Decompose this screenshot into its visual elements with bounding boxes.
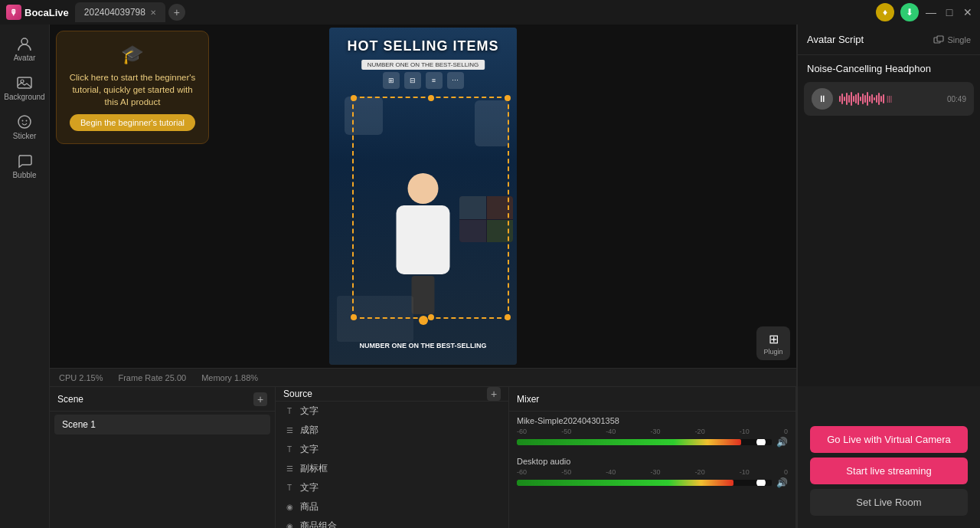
mixer-track1-knob[interactable] [756,439,766,445]
source-label-3: 文字 [300,443,318,456]
bubble-label: Bubble [12,171,36,179]
cpu-status: CPU 2.15% [59,373,103,382]
wave-bar-1 [839,96,841,102]
source-item-5[interactable]: T 文字 [276,478,508,497]
canvas-subtitle: NUMBER ONE ON THE BEST-SELLING [361,60,485,70]
source-item-1[interactable]: T 文字 [276,402,508,421]
main-layout: Avatar Background Sticker [0,25,980,528]
wave-bar-5 [848,95,850,103]
tutorial-begin-button[interactable]: Begin the beginner's tutorial [70,114,195,131]
tab-close-icon[interactable]: ✕ [150,8,156,17]
svg-point-3 [18,116,31,128]
start-streaming-button[interactable]: Start live streaming [810,457,968,484]
sticker-icon [16,113,33,130]
sidebar-item-background[interactable]: Background [3,70,46,106]
single-icon [933,34,944,45]
wave-bar-3 [844,97,845,101]
scene-item-1[interactable]: Scene 1 [54,415,270,435]
source-panel: Source + T 文字 ☰ 成部 T 文字 ☰ 副标框 [276,387,509,528]
mixer-track2-scale: -60-50-40-30-20-100 [517,468,788,476]
audio-time: 00:49 [947,95,966,103]
tool-align-icon[interactable]: ≡ [426,72,443,89]
sidebar: Avatar Background Sticker [0,25,50,528]
maximize-button[interactable]: □ [943,6,956,18]
mixer-panel: Mixer Mike-Simple202404301358 -60-50-40-… [509,387,796,528]
source-item-6[interactable]: ◉ 商品 [276,497,508,517]
selection-handles [352,97,509,319]
frame-rate-status: Frame Rate 25.00 [118,373,186,382]
tool-layers-icon[interactable]: ⊞ [383,72,400,89]
handle-br[interactable] [505,314,511,320]
handle-tr[interactable] [505,95,511,101]
wave-bar-8 [855,94,857,103]
mixer-panel-title: Mixer [517,394,539,405]
mixer-track2-label: Desktop audio [517,457,788,466]
plugin-label: Plugin [763,348,782,356]
content-area: 🎓 Click here to start the beginner's tut… [50,25,796,528]
source-item-2[interactable]: ☰ 成部 [276,421,508,440]
source-label-6: 商品 [300,500,318,513]
source-panel-header: Source + [276,387,508,402]
wave-bar-7 [853,96,854,102]
source-add-button[interactable]: + [487,387,501,401]
tool-grid-icon[interactable]: ⊟ [404,72,421,89]
titlebar: 🎙 BocaLive 202404039798 ✕ + ♦ ⬇ — □ ✕ [0,0,980,25]
source-icon-comp1: ☰ [283,425,296,437]
plugin-button[interactable]: ⊞ Plugin [756,326,790,360]
sidebar-item-bubble[interactable]: Bubble [3,148,46,184]
sidebar-item-avatar[interactable]: Avatar [3,31,46,67]
source-label-4: 副标框 [300,462,328,475]
mixer-track2-knob[interactable] [756,480,766,486]
mixer-track1-fill [517,439,741,445]
tab-bar: 202404039798 ✕ + [75,2,870,22]
tab-main[interactable]: 202404039798 ✕ [75,2,165,22]
mixer-track2-fill [517,480,733,486]
single-badge: Single [933,34,971,45]
mixer-track2-vol-icon[interactable]: 🔊 [776,477,788,488]
close-button[interactable]: ✕ [962,6,974,18]
minimize-button[interactable]: — [925,6,937,18]
audio-waveform: ||| [839,91,941,107]
canvas-bottom-text: NUMBER ONE ON THE BEST-SELLING [359,342,486,349]
handle-bl[interactable] [351,314,357,320]
source-item-3[interactable]: T 文字 [276,440,508,459]
audio-pause-button[interactable]: ⏸ [812,88,833,110]
go-live-virtual-camera-button[interactable]: Go Live with Virtual Camera [810,426,968,453]
wave-bar-4 [846,93,848,105]
source-icon-text3: T [283,482,296,494]
mixer-track1-vol-icon[interactable]: 🔊 [776,437,788,448]
mixer-track2-bar-container: 🔊 [517,477,788,488]
scene-panel-header: Scene + [50,387,275,412]
svg-point-0 [21,38,28,44]
svg-point-5 [26,120,28,122]
handle-tl[interactable] [351,95,357,101]
waveform-indicator: ||| [887,95,892,103]
scene-panel-title: Scene [57,394,83,405]
wave-bar-10 [860,97,861,101]
scene-add-button[interactable]: + [253,392,267,406]
mixer-track1-label: Mike-Simple202404301358 [517,416,788,425]
plugin-icon: ⊞ [769,332,779,346]
canvas-image: HOT SELLING ITEMS NUMBER ONE ON THE BEST… [329,28,517,365]
mixer-track-2: Desktop audio -60-50-40-30-20-100 🔊 [509,452,795,493]
add-tab-button[interactable]: + [168,4,185,21]
logo-icon: 🎙 [6,5,21,20]
source-item-7[interactable]: ◉ 商品组合 [276,517,508,528]
handle-tm[interactable] [428,95,434,101]
avatar-script-title: Avatar Script [807,34,864,45]
source-label-5: 文字 [300,481,318,494]
tool-more-icon[interactable]: ⋯ [447,72,464,89]
source-icon-text2: T [283,444,296,456]
background-icon [16,74,33,91]
wave-bar-14 [869,96,871,102]
set-live-room-button[interactable]: Set Live Room [810,489,968,516]
mixer-panel-header: Mixer [509,387,795,412]
rotate-handle[interactable] [419,316,428,325]
source-item-4[interactable]: ☰ 副标框 [276,459,508,478]
source-icon-product: ◉ [283,501,296,513]
sidebar-item-sticker[interactable]: Sticker [3,109,46,145]
download-icon: ⬇ [900,3,919,21]
single-label: Single [947,35,971,44]
avatar-label: Avatar [14,54,36,62]
handle-bm[interactable] [428,314,434,320]
